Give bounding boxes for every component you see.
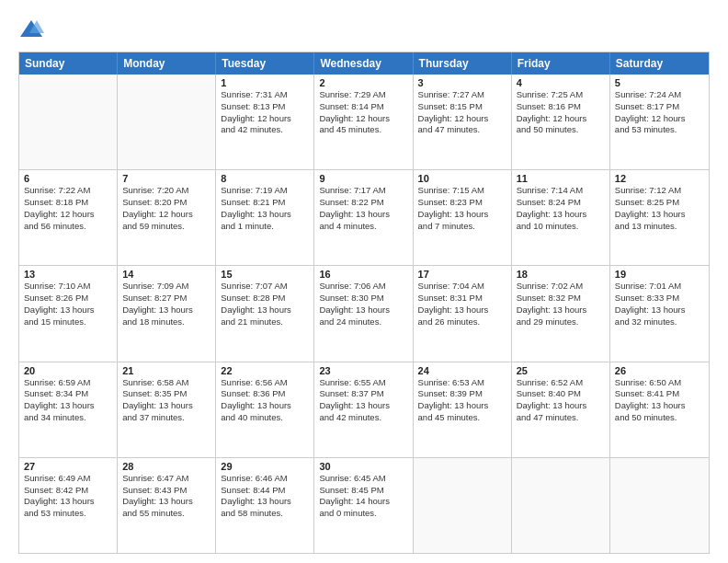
calendar-cell (610, 458, 709, 553)
cell-info-line: Sunrise: 6:55 AM (319, 377, 407, 389)
cell-info-line: and 47 minutes. (517, 412, 605, 424)
cell-info-line: Daylight: 13 hours (24, 304, 112, 316)
cell-info-line: and 13 minutes. (615, 221, 704, 233)
calendar-cell: 20Sunrise: 6:59 AMSunset: 8:34 PMDayligh… (19, 362, 118, 457)
cell-info-line: and 58 minutes. (221, 508, 309, 520)
calendar-cell: 18Sunrise: 7:02 AMSunset: 8:32 PMDayligh… (512, 266, 610, 361)
cell-info-line: Sunset: 8:14 PM (319, 101, 407, 113)
cell-info-line: and 18 minutes. (122, 316, 210, 328)
cell-info-line: Sunset: 8:16 PM (517, 101, 605, 113)
cell-info-line: and 50 minutes. (615, 412, 704, 424)
header-cell-sunday: Sunday (19, 52, 118, 75)
calendar-cell: 21Sunrise: 6:58 AMSunset: 8:35 PMDayligh… (118, 362, 216, 457)
page: SundayMondayTuesdayWednesdayThursdayFrid… (0, 0, 728, 563)
cell-info-line: Sunset: 8:25 PM (615, 197, 704, 209)
calendar-body: 1Sunrise: 7:31 AMSunset: 8:13 PMDaylight… (19, 75, 709, 553)
day-number: 11 (517, 173, 605, 184)
cell-info-line: Sunset: 8:40 PM (517, 388, 605, 400)
calendar-cell: 22Sunrise: 6:56 AMSunset: 8:36 PMDayligh… (216, 362, 314, 457)
cell-info-line: Sunset: 8:31 PM (418, 293, 506, 304)
calendar-cell: 3Sunrise: 7:27 AMSunset: 8:15 PMDaylight… (414, 75, 512, 169)
day-number: 10 (418, 173, 506, 184)
calendar-cell (512, 458, 610, 553)
calendar-row-1: 6Sunrise: 7:22 AMSunset: 8:18 PMDaylight… (19, 169, 709, 265)
cell-info-line: Sunset: 8:34 PM (24, 388, 112, 400)
cell-info-line: Sunrise: 7:31 AM (221, 89, 309, 101)
calendar-cell: 30Sunrise: 6:45 AMSunset: 8:45 PMDayligh… (314, 458, 413, 553)
calendar-row-0: 1Sunrise: 7:31 AMSunset: 8:13 PMDaylight… (19, 75, 709, 169)
calendar-cell: 1Sunrise: 7:31 AMSunset: 8:13 PMDaylight… (216, 75, 314, 169)
cell-info-line: Daylight: 12 hours (517, 113, 605, 125)
cell-info-line: and 4 minutes. (319, 221, 407, 233)
cell-info-line: Daylight: 13 hours (615, 209, 704, 221)
day-number: 27 (24, 461, 112, 472)
cell-info-line: Sunrise: 6:52 AM (517, 377, 605, 389)
cell-info-line: and 37 minutes. (122, 412, 210, 424)
cell-info-line: Sunset: 8:45 PM (319, 485, 407, 497)
cell-info-line: Daylight: 13 hours (122, 496, 210, 508)
cell-info-line: Sunrise: 7:27 AM (418, 89, 506, 101)
cell-info-line: Sunrise: 6:58 AM (122, 377, 210, 389)
day-number: 5 (615, 77, 704, 88)
cell-info-line: Daylight: 13 hours (418, 209, 506, 221)
cell-info-line: and 26 minutes. (418, 316, 506, 328)
calendar-cell: 24Sunrise: 6:53 AMSunset: 8:39 PMDayligh… (414, 362, 512, 457)
day-number: 14 (122, 269, 210, 280)
day-number: 8 (221, 173, 309, 184)
day-number: 9 (319, 173, 407, 184)
cell-info-line: Sunset: 8:36 PM (221, 388, 309, 400)
calendar-cell: 23Sunrise: 6:55 AMSunset: 8:37 PMDayligh… (314, 362, 413, 457)
cell-info-line: Daylight: 13 hours (319, 304, 407, 316)
calendar-cell: 25Sunrise: 6:52 AMSunset: 8:40 PMDayligh… (512, 362, 610, 457)
calendar-row-4: 27Sunrise: 6:49 AMSunset: 8:42 PMDayligh… (19, 457, 709, 553)
calendar-cell: 17Sunrise: 7:04 AMSunset: 8:31 PMDayligh… (414, 266, 512, 361)
cell-info-line: Sunset: 8:33 PM (615, 293, 704, 304)
header-cell-friday: Friday (512, 52, 610, 75)
day-number: 12 (615, 173, 704, 184)
cell-info-line: and 45 minutes. (319, 124, 407, 136)
cell-info-line: Sunrise: 6:47 AM (122, 473, 210, 485)
calendar-cell: 9Sunrise: 7:17 AMSunset: 8:22 PMDaylight… (314, 170, 413, 265)
cell-info-line: and 15 minutes. (24, 316, 112, 328)
cell-info-line: Daylight: 13 hours (615, 400, 704, 412)
calendar-cell: 26Sunrise: 6:50 AMSunset: 8:41 PMDayligh… (610, 362, 709, 457)
cell-info-line: and 47 minutes. (418, 124, 506, 136)
cell-info-line: Sunset: 8:18 PM (24, 197, 112, 209)
cell-info-line: and 24 minutes. (319, 316, 407, 328)
calendar-cell: 14Sunrise: 7:09 AMSunset: 8:27 PMDayligh… (118, 266, 216, 361)
cell-info-line: and 53 minutes. (615, 124, 704, 136)
cell-info-line: Sunrise: 7:25 AM (517, 89, 605, 101)
cell-info-line: Daylight: 13 hours (418, 400, 506, 412)
cell-info-line: and 53 minutes. (24, 508, 112, 520)
cell-info-line: Sunrise: 6:53 AM (418, 377, 506, 389)
calendar-cell: 4Sunrise: 7:25 AMSunset: 8:16 PMDaylight… (512, 75, 610, 169)
cell-info-line: Daylight: 13 hours (517, 209, 605, 221)
cell-info-line: and 1 minute. (221, 221, 309, 233)
cell-info-line: Sunrise: 7:09 AM (122, 281, 210, 293)
day-number: 24 (418, 365, 506, 376)
calendar-cell (19, 75, 118, 169)
calendar-cell: 8Sunrise: 7:19 AMSunset: 8:21 PMDaylight… (216, 170, 314, 265)
calendar-cell: 28Sunrise: 6:47 AMSunset: 8:43 PMDayligh… (118, 458, 216, 553)
cell-info-line: Daylight: 13 hours (418, 304, 506, 316)
day-number: 21 (122, 365, 210, 376)
cell-info-line: Sunrise: 6:59 AM (24, 377, 112, 389)
cell-info-line: Sunset: 8:15 PM (418, 101, 506, 113)
cell-info-line: Sunset: 8:44 PM (221, 485, 309, 497)
header-cell-monday: Monday (118, 52, 216, 75)
cell-info-line: and 29 minutes. (517, 316, 605, 328)
cell-info-line: Sunset: 8:42 PM (24, 485, 112, 497)
cell-info-line: and 59 minutes. (122, 221, 210, 233)
cell-info-line: Sunrise: 7:29 AM (319, 89, 407, 101)
cell-info-line: Sunrise: 6:50 AM (615, 377, 704, 389)
calendar-cell: 12Sunrise: 7:12 AMSunset: 8:25 PMDayligh… (610, 170, 709, 265)
cell-info-line: and 21 minutes. (221, 316, 309, 328)
cell-info-line: Daylight: 13 hours (615, 304, 704, 316)
logo (18, 17, 48, 42)
cell-info-line: Sunset: 8:17 PM (615, 101, 704, 113)
day-number: 3 (418, 77, 506, 88)
header-cell-thursday: Thursday (414, 52, 512, 75)
cell-info-line: Daylight: 13 hours (122, 400, 210, 412)
day-number: 13 (24, 269, 112, 280)
cell-info-line: and 40 minutes. (221, 412, 309, 424)
